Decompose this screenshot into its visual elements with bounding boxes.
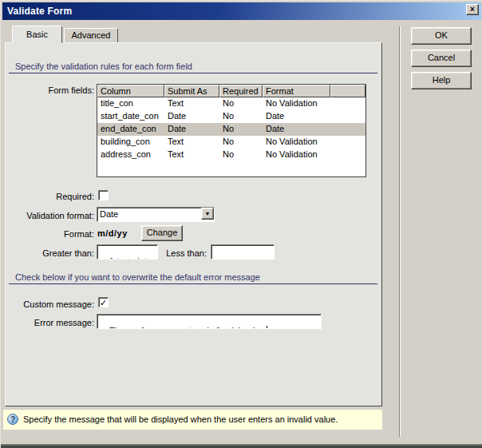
- greater-than-input[interactable]: {start_date_cc: [97, 244, 158, 260]
- cell-format: No Validation: [263, 149, 330, 161]
- chevron-down-icon: ▼: [205, 211, 211, 216]
- table-header-format: Format: [263, 85, 330, 97]
- table-header-submit-as: Submit As: [164, 85, 219, 97]
- tab-basic[interactable]: Basic: [12, 26, 62, 43]
- cell-column: title_con: [97, 97, 164, 110]
- cancel-button-label: Cancel: [428, 53, 455, 62]
- tab-advanced[interactable]: Advanced: [64, 28, 118, 42]
- cell-format: No Validation: [263, 136, 330, 149]
- table-header-required: Required: [219, 85, 263, 97]
- cell-spacer: [330, 149, 365, 161]
- cell-required: No: [219, 110, 263, 123]
- title-bar: Validate Form: [2, 2, 481, 20]
- ok-button[interactable]: OK: [411, 27, 472, 45]
- validation-format-select[interactable]: Date ▼: [97, 207, 215, 222]
- cell-column: end_date_con: [97, 123, 164, 136]
- tab-advanced-label: Advanced: [72, 30, 111, 40]
- cell-format: Date: [263, 123, 330, 136]
- required-label: Required:: [9, 192, 94, 201]
- cell-required: No: [219, 97, 263, 110]
- table-row[interactable]: title_con Text No No Validation: [97, 97, 365, 110]
- validation-format-value: Date: [97, 208, 201, 221]
- cell-submit-as: Date: [164, 123, 219, 136]
- validation-format-label: Validation format:: [9, 211, 94, 220]
- cell-format: Date: [263, 110, 330, 123]
- section1-heading: Specify the validation rules for each fo…: [15, 61, 192, 71]
- cell-required: No: [219, 123, 263, 136]
- help-icon-glyph: ?: [10, 415, 15, 424]
- tab-basic-label: Basic: [26, 30, 48, 39]
- custom-message-label: Custom message:: [9, 299, 94, 309]
- table-row[interactable]: address_con Text No No Validation: [97, 149, 365, 161]
- help-button-label: Help: [433, 75, 451, 85]
- table-header-column: Column: [97, 85, 164, 97]
- cell-spacer: [330, 123, 365, 136]
- section1-underline: [9, 73, 377, 73]
- table-header-row: Column Submit As Required Format: [97, 85, 365, 97]
- table-header-spacer: [330, 85, 365, 97]
- less-than-input[interactable]: [211, 244, 275, 260]
- change-button-label: Change: [147, 228, 178, 237]
- text-caret: [267, 326, 267, 329]
- cell-column: start_date_con: [97, 110, 164, 123]
- dialog-title: Validate Form: [7, 6, 72, 17]
- error-message-label: Error message:: [9, 318, 94, 327]
- cell-submit-as: Text: [164, 136, 219, 149]
- cell-spacer: [330, 110, 365, 123]
- close-icon: ×: [470, 5, 475, 14]
- change-button[interactable]: Change: [141, 225, 183, 241]
- help-icon: ?: [7, 414, 18, 425]
- status-bar-text: Specify the message that will be display…: [23, 414, 338, 424]
- error-message-value: The conference must end after it begins.: [109, 326, 267, 329]
- checkmark-icon: ✓: [100, 298, 107, 307]
- status-bar: ? Specify the message that will be displ…: [3, 410, 382, 430]
- cell-submit-as: Text: [164, 149, 219, 161]
- form-fields-table: Column Submit As Required Format title_c…: [97, 84, 366, 177]
- cell-submit-as: Date: [164, 110, 219, 123]
- cancel-button[interactable]: Cancel: [411, 50, 472, 67]
- cell-format: No Validation: [263, 97, 330, 110]
- cell-required: No: [219, 149, 263, 161]
- cell-spacer: [330, 97, 365, 110]
- required-checkbox[interactable]: [98, 190, 109, 200]
- cell-column: address_con: [97, 149, 164, 161]
- table-row-selected[interactable]: end_date_con Date No Date: [97, 123, 365, 136]
- form-fields-label: Form fields:: [9, 85, 94, 95]
- error-message-input[interactable]: The conference must end after it begins.: [97, 314, 322, 329]
- table-row[interactable]: building_con Text No No Validation: [97, 136, 365, 149]
- section2-heading: Check below if you want to overwrite the…: [15, 272, 260, 282]
- greater-than-label: Greater than:: [9, 248, 94, 258]
- less-than-label: Less than:: [160, 248, 207, 258]
- custom-message-checkbox[interactable]: ✓: [98, 297, 109, 307]
- cell-required: No: [219, 136, 263, 149]
- help-button[interactable]: Help: [411, 72, 472, 89]
- format-label: Format:: [9, 229, 94, 239]
- validate-form-dialog: Validate Form × Advanced Basic Specify t…: [0, 0, 482, 448]
- ok-button-label: OK: [435, 30, 448, 40]
- format-value: m/d/yy: [97, 228, 128, 238]
- vertical-divider: [399, 26, 401, 437]
- cell-spacer: [330, 136, 365, 149]
- combo-arrow-button[interactable]: ▼: [201, 208, 214, 220]
- cell-column: building_con: [97, 136, 164, 149]
- cell-submit-as: Text: [164, 97, 219, 110]
- table-row[interactable]: start_date_con Date No Date: [97, 110, 365, 123]
- close-button[interactable]: ×: [466, 4, 479, 15]
- window-bottom-edge: [1, 444, 482, 448]
- section2-underline: [9, 283, 377, 284]
- greater-than-value: {start_date_cc: [109, 256, 158, 260]
